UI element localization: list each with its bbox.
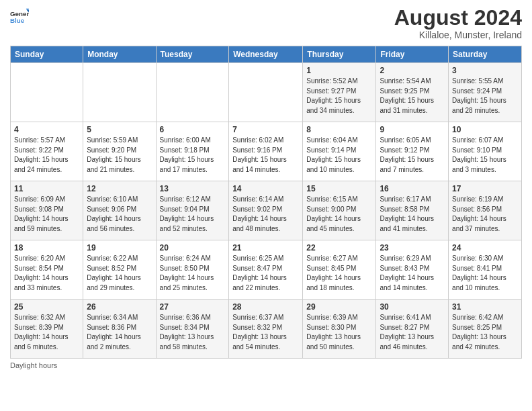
day-info: Sunrise: 5:59 AMSunset: 9:20 PMDaylight:… [87,136,152,175]
calendar-cell-w5-d7: 31Sunrise: 6:42 AMSunset: 8:25 PMDayligh… [449,300,522,359]
day-info: Sunrise: 5:57 AMSunset: 9:22 PMDaylight:… [14,136,79,175]
day-number: 13 [160,184,226,193]
day-info: Sunrise: 6:27 AMSunset: 8:45 PMDaylight:… [306,254,372,293]
calendar-cell-w1-d6: 2Sunrise: 5:54 AMSunset: 9:25 PMDaylight… [376,63,449,122]
day-number: 14 [232,184,299,193]
day-number: 28 [232,302,299,312]
day-number: 6 [160,125,226,134]
day-info: Sunrise: 6:04 AMSunset: 9:14 PMDaylight:… [306,136,372,175]
day-number: 17 [452,184,518,193]
title-section: August 2024 Killaloe, Munster, Ireland [394,7,522,40]
day-number: 30 [380,302,445,312]
day-info: Sunrise: 6:15 AMSunset: 9:00 PMDaylight:… [306,195,372,234]
day-number: 20 [160,243,226,253]
calendar-cell-w4-d2: 19Sunrise: 6:22 AMSunset: 8:52 PMDayligh… [83,240,156,300]
calendar-cell-w4-d5: 22Sunrise: 6:27 AMSunset: 8:45 PMDayligh… [303,240,376,300]
calendar-cell-w3-d6: 16Sunrise: 6:17 AMSunset: 8:58 PMDayligh… [376,181,449,240]
footer-note-text: Daylight hours [10,361,57,369]
calendar-cell-w1-d5: 1Sunrise: 5:52 AMSunset: 9:27 PMDaylight… [303,63,376,122]
page-header: General Blue August 2024 Killaloe, Munst… [10,7,522,40]
calendar-cell-w2-d6: 9Sunrise: 6:05 AMSunset: 9:12 PMDaylight… [376,122,449,181]
day-number: 3 [452,66,518,75]
calendar-cell-w1-d1 [11,63,83,122]
page-container: General Blue August 2024 Killaloe, Munst… [0,0,532,375]
day-number: 16 [380,184,445,193]
col-tuesday: Tuesday [156,46,229,63]
calendar-cell-w1-d3 [156,63,229,122]
day-info: Sunrise: 6:12 AMSunset: 9:04 PMDaylight:… [160,195,226,234]
day-info: Sunrise: 6:17 AMSunset: 8:58 PMDaylight:… [380,195,445,234]
day-info: Sunrise: 6:30 AMSunset: 8:41 PMDaylight:… [452,254,518,293]
day-number: 11 [14,184,79,193]
day-number: 9 [380,125,445,134]
calendar-cell-w1-d4 [229,63,303,122]
day-info: Sunrise: 6:34 AMSunset: 8:36 PMDaylight:… [87,313,152,352]
calendar-cell-w5-d3: 27Sunrise: 6:36 AMSunset: 8:34 PMDayligh… [156,300,229,359]
calendar-cell-w3-d4: 14Sunrise: 6:14 AMSunset: 9:02 PMDayligh… [229,181,303,240]
col-wednesday: Wednesday [229,46,303,63]
calendar-cell-w3-d7: 17Sunrise: 6:19 AMSunset: 8:56 PMDayligh… [449,181,522,240]
col-monday: Monday [83,46,156,63]
day-number: 5 [87,125,152,134]
calendar-cell-w4-d7: 24Sunrise: 6:30 AMSunset: 8:41 PMDayligh… [449,240,522,300]
day-number: 26 [87,302,152,312]
footer-note: Daylight hours [10,361,522,369]
calendar-cell-w2-d4: 7Sunrise: 6:02 AMSunset: 9:16 PMDaylight… [229,122,303,181]
day-info: Sunrise: 6:00 AMSunset: 9:18 PMDaylight:… [160,136,226,175]
col-sunday: Sunday [11,46,83,63]
calendar-week-4: 18Sunrise: 6:20 AMSunset: 8:54 PMDayligh… [11,240,522,300]
day-number: 12 [87,184,152,193]
logo: General Blue [10,7,29,26]
calendar-cell-w3-d5: 15Sunrise: 6:15 AMSunset: 9:00 PMDayligh… [303,181,376,240]
day-number: 1 [306,66,372,75]
day-info: Sunrise: 6:24 AMSunset: 8:50 PMDaylight:… [160,254,226,293]
day-info: Sunrise: 6:10 AMSunset: 9:06 PMDaylight:… [87,195,152,234]
day-info: Sunrise: 6:20 AMSunset: 8:54 PMDaylight:… [14,254,79,293]
calendar-cell-w2-d7: 10Sunrise: 6:07 AMSunset: 9:10 PMDayligh… [449,122,522,181]
day-number: 15 [306,184,372,193]
day-number: 25 [14,302,79,312]
day-number: 7 [232,125,299,134]
day-info: Sunrise: 5:55 AMSunset: 9:24 PMDaylight:… [452,77,518,116]
month-year-title: August 2024 [394,7,522,28]
svg-text:Blue: Blue [10,17,25,24]
calendar-cell-w4-d4: 21Sunrise: 6:25 AMSunset: 8:47 PMDayligh… [229,240,303,300]
calendar-cell-w4-d6: 23Sunrise: 6:29 AMSunset: 8:43 PMDayligh… [376,240,449,300]
location-subtitle: Killaloe, Munster, Ireland [394,30,522,40]
calendar-week-3: 11Sunrise: 6:09 AMSunset: 9:08 PMDayligh… [11,181,522,240]
day-number: 4 [14,125,79,134]
day-info: Sunrise: 6:37 AMSunset: 8:32 PMDaylight:… [232,313,299,352]
day-number: 8 [306,125,372,134]
day-number: 22 [306,243,372,253]
calendar-cell-w3-d3: 13Sunrise: 6:12 AMSunset: 9:04 PMDayligh… [156,181,229,240]
calendar-cell-w5-d4: 28Sunrise: 6:37 AMSunset: 8:32 PMDayligh… [229,300,303,359]
day-info: Sunrise: 6:25 AMSunset: 8:47 PMDaylight:… [232,254,299,293]
calendar-cell-w4-d3: 20Sunrise: 6:24 AMSunset: 8:50 PMDayligh… [156,240,229,300]
day-info: Sunrise: 6:32 AMSunset: 8:39 PMDaylight:… [14,313,79,352]
day-info: Sunrise: 6:36 AMSunset: 8:34 PMDaylight:… [160,313,226,352]
day-info: Sunrise: 6:19 AMSunset: 8:56 PMDaylight:… [452,195,518,234]
calendar-cell-w2-d3: 6Sunrise: 6:00 AMSunset: 9:18 PMDaylight… [156,122,229,181]
calendar-cell-w1-d7: 3Sunrise: 5:55 AMSunset: 9:24 PMDaylight… [449,63,522,122]
calendar-cell-w3-d2: 12Sunrise: 6:10 AMSunset: 9:06 PMDayligh… [83,181,156,240]
day-info: Sunrise: 6:07 AMSunset: 9:10 PMDaylight:… [452,136,518,175]
calendar-cell-w5-d1: 25Sunrise: 6:32 AMSunset: 8:39 PMDayligh… [11,300,83,359]
day-info: Sunrise: 5:54 AMSunset: 9:25 PMDaylight:… [380,77,445,116]
day-info: Sunrise: 5:52 AMSunset: 9:27 PMDaylight:… [306,77,372,116]
day-info: Sunrise: 6:29 AMSunset: 8:43 PMDaylight:… [380,254,445,293]
day-info: Sunrise: 6:05 AMSunset: 9:12 PMDaylight:… [380,136,445,175]
day-info: Sunrise: 6:22 AMSunset: 8:52 PMDaylight:… [87,254,152,293]
day-number: 21 [232,243,299,253]
calendar-week-2: 4Sunrise: 5:57 AMSunset: 9:22 PMDaylight… [11,122,522,181]
day-number: 24 [452,243,518,253]
calendar-cell-w5-d5: 29Sunrise: 6:39 AMSunset: 8:30 PMDayligh… [303,300,376,359]
day-number: 19 [87,243,152,253]
calendar-cell-w5-d2: 26Sunrise: 6:34 AMSunset: 8:36 PMDayligh… [83,300,156,359]
calendar-cell-w2-d1: 4Sunrise: 5:57 AMSunset: 9:22 PMDaylight… [11,122,83,181]
calendar-week-1: 1Sunrise: 5:52 AMSunset: 9:27 PMDaylight… [11,63,522,122]
day-number: 27 [160,302,226,312]
col-friday: Friday [376,46,449,63]
calendar-cell-w5-d6: 30Sunrise: 6:41 AMSunset: 8:27 PMDayligh… [376,300,449,359]
calendar-week-5: 25Sunrise: 6:32 AMSunset: 8:39 PMDayligh… [11,300,522,359]
col-thursday: Thursday [303,46,376,63]
